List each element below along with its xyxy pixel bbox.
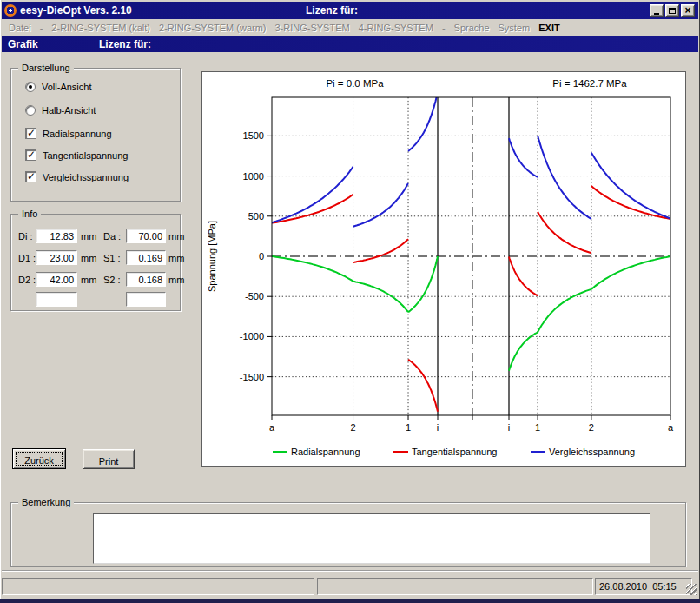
- menubar: Datei - 2-RING-SYSTEM (kalt) 2-RING-SYST…: [2, 19, 698, 36]
- back-button[interactable]: Zurück: [12, 448, 66, 469]
- extra-field-right: [126, 292, 166, 307]
- maximize-icon: [669, 8, 676, 14]
- chart-panel: 150010005000-500-1000-1500a21ii12aPi = 0…: [201, 71, 686, 467]
- checkbox-vergleichsspannung-label: Vergleichsspannung: [43, 172, 129, 182]
- stress-chart: 150010005000-500-1000-1500a21ii12aPi = 0…: [202, 72, 685, 466]
- checkbox-radialspannung[interactable]: Radialspannung: [25, 128, 112, 139]
- checkbox-vergleichsspannung[interactable]: Vergleichsspannung: [25, 171, 129, 182]
- menu-item-2-ring-warm[interactable]: 2-RING-SYSTEM (warm): [159, 23, 266, 33]
- maximize-button[interactable]: [665, 4, 679, 17]
- checkbox-icon: [25, 128, 36, 139]
- print-button[interactable]: Print: [83, 449, 135, 469]
- svg-text:Radialspannung: Radialspannung: [291, 447, 360, 457]
- bemerkung-input[interactable]: [93, 513, 650, 564]
- s1-unit: mm: [168, 253, 184, 263]
- radio-halb-ansicht-label: Halb-Ansicht: [42, 105, 96, 116]
- svg-text:500: 500: [248, 211, 264, 222]
- svg-text:a: a: [668, 422, 674, 433]
- info-group-title: Info: [18, 209, 41, 219]
- checkbox-icon: [25, 171, 36, 182]
- info-group: Info Di : 12.83 mm Da : 70.00 mm D1 : 23…: [10, 214, 181, 311]
- menu-item-datei[interactable]: Datei: [9, 23, 31, 33]
- da-label: Da :: [103, 231, 121, 242]
- d2-label: D2 :: [18, 275, 36, 285]
- child-window-title: Grafik: [8, 38, 38, 50]
- statusbar-datetime: 26.08.2010 05:15: [595, 578, 692, 595]
- radio-voll-ansicht[interactable]: Voll-Ansicht: [25, 82, 91, 92]
- menu-item-2-ring-kalt[interactable]: 2-RING-SYSTEM (kalt): [51, 23, 150, 33]
- minimize-button[interactable]: [650, 4, 664, 17]
- svg-text:1000: 1000: [243, 171, 264, 182]
- svg-text:a: a: [269, 422, 275, 433]
- menu-item-exit[interactable]: EXIT: [538, 23, 559, 33]
- menu-item-3-ring[interactable]: 3-RING-SYSTEM: [275, 23, 350, 33]
- menu-separator-1: -: [40, 23, 43, 33]
- menu-separator-2: -: [442, 23, 446, 33]
- window-title: eesy-DieOpt Vers. 2.10: [20, 4, 132, 17]
- window-title-license: Lizenz für:: [306, 4, 358, 17]
- bemerkung-group: Bemerkung: [10, 502, 686, 567]
- svg-text:i: i: [437, 422, 439, 433]
- svg-text:-1000: -1000: [240, 331, 264, 341]
- app-icon: [4, 4, 17, 17]
- radio-button-icon: [25, 82, 36, 92]
- d2-field: 42.00: [36, 272, 77, 287]
- d1-field: 23.00: [36, 250, 77, 265]
- darstellung-group-title: Darstellung: [18, 63, 74, 73]
- svg-text:1: 1: [406, 422, 411, 433]
- checkbox-tangentialspannung-label: Tangentialspannung: [43, 150, 128, 161]
- radio-halb-ansicht[interactable]: Halb-Ansicht: [25, 105, 96, 116]
- di-field: 12.83: [36, 229, 77, 243]
- menu-item-sprache[interactable]: Sprache: [454, 23, 490, 33]
- svg-text:1: 1: [535, 422, 540, 433]
- checkbox-tangentialspannung[interactable]: Tangentialspannung: [25, 149, 128, 161]
- statusbar: 26.08.2010 05:15: [2, 573, 698, 599]
- statusbar-panel-left: [2, 578, 314, 595]
- svg-text:1500: 1500: [243, 130, 264, 141]
- menu-item-4-ring[interactable]: 4-RING-SYSTEM: [359, 23, 433, 33]
- svg-text:Vergleichsspannung: Vergleichsspannung: [549, 447, 635, 457]
- extra-field-left: [36, 292, 77, 307]
- child-window-license: Lizenz für:: [99, 38, 151, 50]
- titlebar: eesy-DieOpt Vers. 2.10 Lizenz für: ×: [2, 2, 698, 19]
- close-button[interactable]: ×: [681, 4, 695, 17]
- close-icon: ×: [684, 6, 690, 15]
- svg-text:-500: -500: [245, 291, 264, 302]
- checkbox-icon: [25, 149, 36, 161]
- radio-button-icon: [25, 105, 36, 116]
- resize-grip[interactable]: [686, 584, 697, 595]
- s1-label: S1 :: [103, 253, 121, 263]
- da-unit: mm: [168, 231, 184, 242]
- s1-field: 0.169: [126, 250, 166, 265]
- svg-text:2: 2: [350, 422, 355, 433]
- minimize-icon: [654, 13, 659, 15]
- window-controls: ×: [650, 4, 695, 17]
- d2-unit: mm: [81, 275, 96, 285]
- client-bottom-edge: [2, 570, 698, 572]
- di-label: Di :: [18, 231, 33, 242]
- checkbox-radialspannung-label: Radialspannung: [43, 129, 112, 139]
- svg-text:Pi = 1462.7 MPa: Pi = 1462.7 MPa: [552, 78, 627, 89]
- s2-label: S2 :: [103, 275, 121, 285]
- menu-item-system[interactable]: System: [499, 23, 531, 33]
- svg-text:-1500: -1500: [240, 372, 264, 382]
- di-unit: mm: [81, 231, 96, 242]
- radio-voll-ansicht-label: Voll-Ansicht: [42, 82, 91, 92]
- window-bottom-border: [0, 599, 700, 603]
- svg-text:i: i: [508, 422, 510, 433]
- svg-text:0: 0: [259, 251, 264, 262]
- statusbar-panel-middle: [317, 578, 593, 595]
- d1-label: D1 :: [18, 253, 36, 263]
- svg-text:2: 2: [589, 422, 594, 433]
- s2-field: 0.168: [126, 272, 166, 287]
- s2-unit: mm: [168, 275, 184, 285]
- darstellung-group: Darstellung Voll-Ansicht Halb-Ansicht Ra…: [10, 68, 181, 202]
- d1-unit: mm: [81, 253, 96, 263]
- child-titlebar: Grafik Lizenz für:: [2, 36, 698, 52]
- svg-text:Spannung [MPa]: Spannung [MPa]: [207, 221, 217, 292]
- app-window: eesy-DieOpt Vers. 2.10 Lizenz für: × Dat…: [0, 0, 700, 603]
- svg-text:Tangentialspannung: Tangentialspannung: [412, 447, 497, 457]
- bemerkung-group-title: Bemerkung: [18, 497, 74, 507]
- svg-text:Pi = 0.0 MPa: Pi = 0.0 MPa: [326, 78, 384, 89]
- da-field: 70.00: [126, 229, 166, 243]
